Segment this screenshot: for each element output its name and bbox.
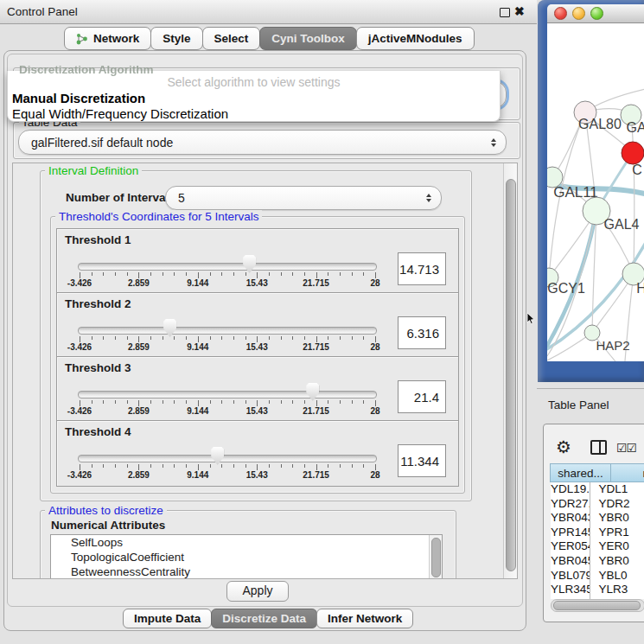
split-view-icon[interactable] <box>590 440 607 455</box>
table-hscrollbar[interactable] <box>551 599 644 612</box>
tick-label: 21.715 <box>303 470 329 480</box>
threshold-slider-track[interactable] <box>78 263 377 271</box>
table-cell: YER0 <box>590 539 644 554</box>
tab-impute-data[interactable]: Impute Data <box>123 609 212 628</box>
float-window-icon[interactable] <box>500 8 510 17</box>
threshold-value-field[interactable]: 14.713 <box>398 252 446 285</box>
thresholds-group-title: Threshold's Coordinates for 5 Intervals <box>55 210 262 223</box>
tick-mark <box>221 336 222 340</box>
table-cell: YBR045C <box>551 554 590 569</box>
tab-infer-network[interactable]: Infer Network <box>316 609 413 628</box>
apply-button[interactable]: Apply <box>226 581 289 602</box>
tick-mark <box>186 272 187 276</box>
tick-mark <box>138 400 139 406</box>
tab-discretize-data[interactable]: Discretize Data <box>211 609 317 628</box>
network-node-label: C <box>632 163 642 177</box>
threshold-slider-track[interactable] <box>78 455 377 462</box>
attribute-item[interactable]: TopologicalCoefficient <box>51 550 442 564</box>
table-row[interactable]: YDL19...YDL1 <box>551 482 644 497</box>
tick-mark <box>316 400 317 406</box>
tick-label: 15.43 <box>246 342 268 352</box>
tick-mark <box>92 272 92 276</box>
threshold-value-field[interactable]: 6.316 <box>398 316 446 349</box>
tick-mark <box>281 336 282 340</box>
tick-mark <box>363 336 364 340</box>
tick-label: 28 <box>370 470 379 480</box>
tab-cyni-toolbox[interactable]: Cyni Toolbox <box>259 27 357 50</box>
table-row[interactable]: YBR043CYBR0 <box>551 511 644 526</box>
table-column-header[interactable]: shared... <box>550 463 611 482</box>
tick-label: 2.859 <box>128 470 150 480</box>
table-data-combo[interactable]: galFiltered.sif default node <box>18 130 507 155</box>
list-scrollbar[interactable] <box>429 535 442 579</box>
tick-label: 9.144 <box>187 278 208 288</box>
minimize-traffic-light-icon[interactable] <box>572 7 585 20</box>
tick-label: 28 <box>370 342 379 352</box>
settings-scrollbar[interactable] <box>503 163 517 578</box>
spinner-arrows-icon[interactable] <box>491 138 496 147</box>
numerical-attributes-list[interactable]: SelfLoopsTopologicalCoefficientBetweenne… <box>50 534 443 579</box>
tab-select[interactable]: Select <box>202 27 261 50</box>
table-row[interactable]: YLR345WYLR3 <box>551 583 644 597</box>
threshold-slider-track[interactable] <box>78 327 377 335</box>
zoom-traffic-light-icon[interactable] <box>590 7 603 20</box>
table-header-row: shared...na <box>551 463 644 482</box>
network-node-c[interactable] <box>622 142 644 164</box>
threshold-box-2: Threshold 2-3.4262.8599.14415.4321.71528… <box>56 292 459 359</box>
tick-mark <box>163 400 163 404</box>
tick-mark <box>163 464 163 468</box>
settings-scrollbar-thumb[interactable] <box>506 179 516 571</box>
tick-mark <box>186 336 187 340</box>
table-row[interactable]: YBR045CYBR0 <box>551 554 644 569</box>
close-traffic-light-icon[interactable] <box>554 7 567 20</box>
threshold-value-field[interactable]: 11.344 <box>398 444 446 477</box>
tick-mark <box>233 272 234 276</box>
tab-label: Style <box>163 32 190 45</box>
network-graph: GAL80GACGAL11GAL4GCY1HHAP2 <box>547 23 644 361</box>
threshold-label: Threshold 4 <box>65 425 131 438</box>
threshold-slider-track[interactable] <box>78 391 377 399</box>
tick-label: 9.144 <box>187 342 208 352</box>
tick-mark <box>150 400 151 404</box>
tick-mark <box>80 336 80 342</box>
table-row[interactable]: YPR145WYPR1 <box>551 526 644 540</box>
attribute-item[interactable]: SelfLoops <box>51 535 442 550</box>
network-edge[interactable] <box>631 115 634 274</box>
tab-style[interactable]: Style <box>150 27 202 50</box>
algorithm-option-equal-width[interactable]: Equal Width/Frequency Discretization <box>12 106 228 121</box>
select-columns-icon[interactable]: ☑☑ <box>616 441 636 455</box>
tick-mark <box>138 272 139 278</box>
attribute-item[interactable]: BetweennessCentrality <box>51 564 442 579</box>
table-row[interactable]: YDR27...YDR2 <box>551 497 644 512</box>
algorithm-option-manual[interactable]: Manual Discretization <box>12 91 145 105</box>
tick-mark <box>340 272 341 276</box>
tick-mark <box>281 464 282 468</box>
spinner-arrows-icon[interactable] <box>426 194 431 202</box>
tab-network[interactable]: Network <box>64 27 151 50</box>
tick-mark <box>174 272 175 276</box>
tick-mark <box>316 464 317 470</box>
tab-jactivemnodules[interactable]: jActiveMNodules <box>356 27 475 50</box>
table-column-header[interactable]: na <box>610 463 644 482</box>
table-cell: YBR0 <box>590 511 644 526</box>
table-cell: YBL0 <box>590 569 644 583</box>
network-window-titlebar[interactable] <box>547 4 644 23</box>
tick-mark <box>257 400 258 406</box>
tick-label: -3.426 <box>67 406 92 416</box>
table-row[interactable]: YER054CYER0 <box>551 539 644 554</box>
table-row[interactable]: YBL079WYBL0 <box>551 569 644 583</box>
discretization-algorithm-title: Discretization Algorithm <box>19 63 154 76</box>
settings-gear-icon[interactable]: ⚙ <box>556 437 571 457</box>
list-scrollbar-thumb[interactable] <box>431 538 441 577</box>
table-cell: YBR0 <box>590 554 644 569</box>
threshold-value-field[interactable]: 21.4 <box>398 380 446 413</box>
table-cell: YPR145W <box>551 526 590 540</box>
table-cell: YDL19... <box>551 482 590 497</box>
tick-mark <box>352 272 353 276</box>
table-hscrollbar-thumb[interactable] <box>553 601 641 610</box>
number-of-intervals-combo[interactable]: 5 <box>165 186 442 210</box>
tick-mark <box>269 464 270 468</box>
network-canvas[interactable]: GAL80GACGAL11GAL4GCY1HHAP2 <box>547 23 644 361</box>
close-icon[interactable]: ✖ <box>514 4 525 18</box>
network-node-label: GAL80 <box>578 117 622 131</box>
